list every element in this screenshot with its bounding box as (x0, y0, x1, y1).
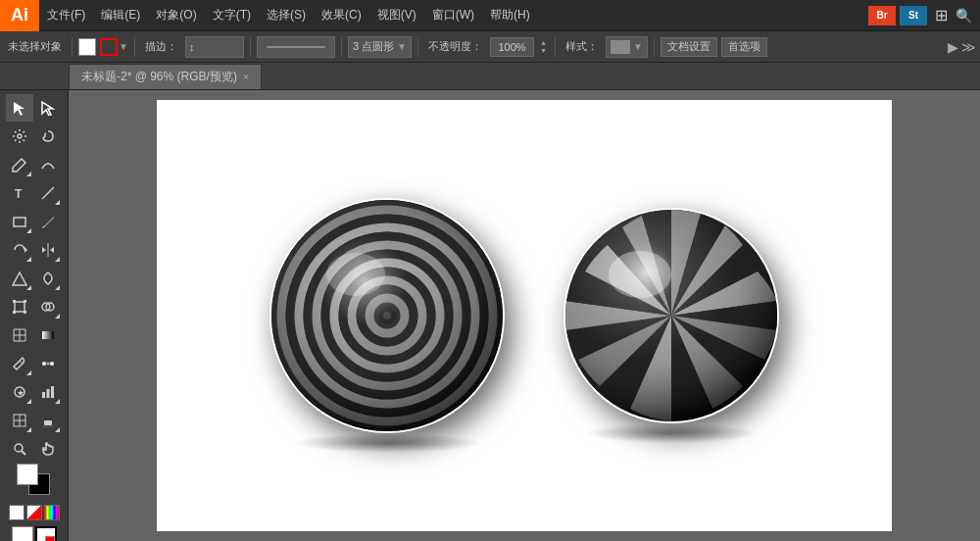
tool-mesh[interactable] (6, 321, 33, 349)
tool-lasso[interactable] (34, 123, 62, 150)
opacity-stepper[interactable]: ▲ ▼ (540, 39, 547, 54)
menu-object[interactable]: 对象(O) (148, 0, 204, 30)
svg-rect-19 (24, 311, 26, 314)
stroke-label: 描边： (141, 35, 181, 59)
svg-line-11 (42, 187, 54, 199)
tool-shape-builder[interactable] (34, 293, 62, 320)
fill-color-box[interactable] (78, 38, 96, 56)
toolbar-divider-5 (417, 37, 418, 57)
tool-graph[interactable] (34, 378, 62, 406)
svg-rect-16 (13, 300, 16, 303)
menu-view[interactable]: 视图(V) (369, 0, 424, 30)
svg-point-41 (15, 444, 23, 452)
svg-point-64 (609, 251, 671, 298)
tool-rotate[interactable] (6, 236, 33, 264)
tool-reflect[interactable] (34, 236, 62, 264)
tool-blend[interactable] (34, 350, 62, 377)
tool-eraser[interactable] (34, 407, 62, 434)
menu-effect[interactable]: 效果(C) (314, 0, 369, 30)
tool-zoom[interactable] (6, 435, 33, 463)
none-color-btn[interactable] (26, 505, 42, 520)
tool-row-11: ★ (6, 378, 62, 406)
tool-pen[interactable] (6, 151, 33, 178)
stroke-dropdown[interactable]: ▼ (119, 41, 128, 52)
svg-line-4 (15, 131, 17, 133)
svg-marker-13 (24, 247, 27, 253)
svg-point-59 (271, 200, 503, 431)
tool-row-4: T (6, 179, 62, 207)
default-colors-btn[interactable] (9, 505, 24, 520)
tool-selection[interactable] (6, 94, 33, 122)
toolbar-more[interactable]: ≫ (961, 39, 976, 55)
tool-row-2 (6, 123, 62, 150)
stroke-indicator[interactable] (35, 526, 57, 541)
tool-slice[interactable] (6, 407, 33, 434)
svg-rect-28 (42, 331, 54, 339)
menu-type[interactable]: 文字(T) (205, 0, 259, 30)
fill-indicator[interactable] (12, 526, 33, 541)
menu-help[interactable]: 帮助(H) (482, 0, 538, 30)
no-selection-label: 未选择对象 (4, 35, 66, 59)
document-tab[interactable]: 未标题-2* @ 96% (RGB/预览) × (69, 64, 262, 89)
svg-text:T: T (15, 187, 23, 201)
menu-select[interactable]: 选择(S) (259, 0, 314, 30)
tool-symbol[interactable]: ★ (6, 378, 33, 406)
menu-edit[interactable]: 编辑(E) (93, 0, 148, 30)
svg-rect-17 (24, 300, 26, 303)
tool-scale[interactable] (6, 265, 33, 292)
opacity-label: 不透明度： (424, 35, 486, 59)
tool-rect[interactable] (6, 208, 33, 235)
sphere-left-container (270, 198, 505, 433)
canvas-area[interactable] (69, 90, 980, 541)
stock-icon[interactable]: St (900, 6, 927, 25)
stroke-width-control[interactable]: ↕ (185, 36, 244, 58)
tool-row-9 (6, 321, 62, 349)
grid-icon[interactable]: ⊞ (931, 6, 952, 25)
toolbar-divider-6 (555, 37, 556, 57)
toolbar-options[interactable]: ▶ (948, 39, 958, 55)
tool-free-transform[interactable] (6, 293, 33, 320)
tool-row-8 (6, 293, 62, 320)
opacity-input[interactable] (490, 37, 534, 57)
color-mode-btn[interactable] (44, 505, 60, 520)
sphere-right (564, 208, 779, 423)
left-toolbar: T (0, 90, 69, 541)
doc-settings-btn[interactable]: 文档设置 (661, 37, 717, 57)
bridge-icon[interactable]: Br (868, 6, 896, 25)
tool-warp[interactable] (34, 265, 62, 292)
tool-line[interactable] (34, 179, 62, 207)
sphere-right-shadow (585, 423, 758, 443)
tool-magic-wand[interactable] (6, 123, 33, 150)
menu-items: 文件(F) 编辑(E) 对象(O) 文字(T) 选择(S) 效果(C) 视图(V… (39, 0, 538, 30)
tool-direct-selection[interactable] (34, 94, 62, 122)
tool-eyedropper[interactable] (6, 350, 33, 377)
toolbar-divider-4 (341, 37, 342, 57)
menu-window[interactable]: 窗口(W) (424, 0, 482, 30)
brush-preview (257, 36, 335, 58)
tab-close-btn[interactable]: × (243, 72, 249, 82)
toolbar-divider-2 (134, 37, 135, 57)
search-icon[interactable]: 🔍 (956, 8, 972, 24)
sphere-left (270, 198, 505, 433)
point-selector[interactable]: 3 点圆形 ▼ (348, 36, 412, 58)
svg-line-5 (24, 140, 25, 142)
swatch-bottom-row (9, 505, 60, 520)
preferences-btn[interactable]: 首选项 (721, 37, 767, 57)
tool-type[interactable]: T (6, 179, 33, 207)
tool-hand[interactable] (34, 435, 62, 463)
style-label: 样式： (562, 35, 602, 59)
tool-row-5 (6, 208, 62, 235)
tool-row-10 (6, 350, 62, 377)
tool-row-7 (6, 265, 62, 292)
fill-swatch[interactable] (17, 464, 38, 485)
tool-row-1 (6, 94, 62, 122)
stroke-color-box[interactable] (100, 38, 118, 56)
tool-gradient[interactable] (34, 321, 62, 349)
style-selector[interactable]: ▼ (606, 36, 648, 58)
sphere-left-shadow (293, 433, 481, 453)
tool-curvature[interactable] (34, 151, 62, 178)
tool-paintbrush[interactable] (34, 208, 62, 235)
menu-file[interactable]: 文件(F) (39, 0, 93, 30)
toolbar-divider-1 (72, 37, 73, 57)
tab-bar: 未标题-2* @ 96% (RGB/预览) × (0, 63, 980, 90)
